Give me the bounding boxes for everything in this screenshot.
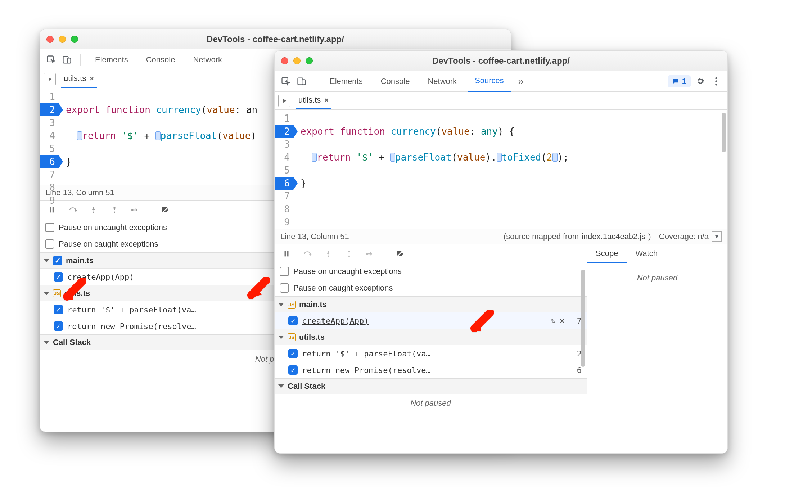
svg-rect-3 [50,207,51,212]
deactivate-breakpoints-icon[interactable] [394,248,406,260]
call-stack-header[interactable]: Call Stack [275,378,587,394]
checkbox-checked-icon[interactable] [53,256,62,265]
svg-point-14 [715,80,717,82]
step-icon[interactable] [364,248,376,260]
tab-watch[interactable]: Watch [627,244,666,263]
breakpoint-group-utils[interactable]: JS utils.ts [275,329,587,345]
close-icon[interactable]: × [324,96,329,104]
js-file-icon: JS [288,333,296,341]
tab-console[interactable]: Console [139,50,182,70]
inspect-icon[interactable] [280,75,292,87]
tab-scope[interactable]: Scope [587,244,627,263]
snippets-icon[interactable] [44,73,56,85]
remove-icon[interactable]: × [559,316,565,325]
file-tab-utils[interactable]: utils.ts × [296,92,331,109]
coverage-label: Coverage: n/a [659,232,709,241]
breakpoint-item[interactable]: createApp(App) ✎ × 7 [275,312,587,329]
debugger-pane: Pause on uncaught exceptions Pause on ca… [275,244,727,412]
svg-point-19 [328,255,329,257]
inspect-icon[interactable] [45,54,57,66]
checkbox-icon[interactable] [280,283,289,293]
titlebar: DevTools - coffee-cart.netlify.app/ [275,51,727,71]
deactivate-breakpoints-icon[interactable] [159,204,171,216]
device-toggle-icon[interactable] [61,54,73,66]
call-stack-label: Call Stack [288,382,325,391]
bp-line-number: 7 [569,316,582,325]
tab-elements[interactable]: Elements [88,50,135,70]
svg-point-13 [715,77,717,79]
line-gutter: 123456789 [40,88,59,185]
bp-line-number: 6 [569,366,582,375]
close-icon[interactable]: × [90,75,94,83]
kebab-menu-icon[interactable] [710,75,722,87]
svg-point-6 [93,211,94,213]
breakpoint-group-main[interactable]: JS main.ts [275,297,587,312]
gear-icon[interactable] [694,75,707,87]
svg-point-7 [114,211,115,213]
source-code: export function currency(value: any) { r… [293,110,727,229]
not-paused-label: Not paused [275,394,587,412]
snippets-icon[interactable] [278,95,290,107]
step-out-icon[interactable] [108,204,121,216]
chevron-down-icon [44,341,49,344]
window-title: DevTools - coffee-cart.netlify.app/ [275,56,727,66]
pause-icon[interactable] [280,248,293,260]
svg-point-8 [132,209,133,211]
coverage-toggle-icon[interactable]: ▾ [712,231,722,242]
checkbox-checked-icon[interactable] [288,316,298,325]
file-tab-label: utils.ts [298,95,321,105]
more-tabs-icon[interactable]: » [515,75,527,87]
svg-rect-4 [53,207,54,212]
checkbox-icon[interactable] [45,223,54,232]
editor-tabbar: utils.ts × [275,92,727,110]
cursor-position: Line 13, Column 51 [280,232,349,241]
pause-uncaught-row[interactable]: Pause on uncaught exceptions [275,263,587,280]
titlebar: DevTools - coffee-cart.netlify.app/ [40,29,511,49]
edit-icon[interactable]: ✎ [550,316,555,325]
svg-point-21 [366,253,368,255]
svg-point-20 [348,255,350,257]
chevron-down-icon [278,303,284,306]
main-toolbar: Elements Console Network Sources » 1 [275,71,727,92]
chevron-down-icon [44,292,49,295]
mapped-file-link[interactable]: index.1ac4eab2.js [582,232,645,241]
pause-caught-row[interactable]: Pause on caught exceptions [275,280,587,296]
window-title: DevTools - coffee-cart.netlify.app/ [40,34,511,44]
checkbox-checked-icon[interactable] [288,365,298,375]
tab-console[interactable]: Console [374,71,417,91]
scrollbar-thumb[interactable] [581,270,585,367]
issues-chip[interactable]: 1 [668,75,691,87]
breakpoint-item[interactable]: return new Promise(resolve… 6 [275,362,587,378]
step-into-icon[interactable] [87,204,100,216]
svg-point-15 [715,83,717,85]
pause-uncaught-label: Pause on uncaught exceptions [59,223,167,232]
device-toggle-icon[interactable] [296,75,308,87]
bp-file-label: main.ts [299,300,327,309]
bp-code-label[interactable]: createApp(App) [302,316,546,325]
sidebar-pane: Scope Watch Not paused [587,244,727,412]
breakpoint-item[interactable]: return '$' + parseFloat(va… 2 [275,345,587,362]
step-icon[interactable] [129,204,141,216]
svg-rect-12 [302,80,305,85]
scrollbar-thumb[interactable] [722,113,726,152]
tab-network[interactable]: Network [420,71,464,91]
checkbox-icon[interactable] [45,239,54,249]
step-out-icon[interactable] [343,248,355,260]
pause-uncaught-label: Pause on uncaught exceptions [293,267,402,276]
checkbox-checked-icon[interactable] [288,349,298,358]
step-over-icon[interactable] [67,204,79,216]
tab-sources[interactable]: Sources [468,71,511,92]
step-into-icon[interactable] [322,248,334,260]
checkbox-checked-icon[interactable] [54,321,63,331]
bp-code-label: return '$' + parseFloat(va… [302,349,565,358]
annotation-arrow-icon [245,277,270,308]
step-over-icon[interactable] [301,248,313,260]
tab-network[interactable]: Network [186,50,229,70]
file-tab-utils[interactable]: utils.ts × [61,70,97,88]
svg-rect-17 [287,251,289,256]
tab-elements[interactable]: Elements [322,71,370,91]
bp-code-label: return new Promise(resolve… [302,366,565,375]
code-editor[interactable]: 123456789 export function currency(value… [275,110,727,229]
checkbox-icon[interactable] [280,267,289,276]
line-gutter: 123456789 [275,110,293,229]
